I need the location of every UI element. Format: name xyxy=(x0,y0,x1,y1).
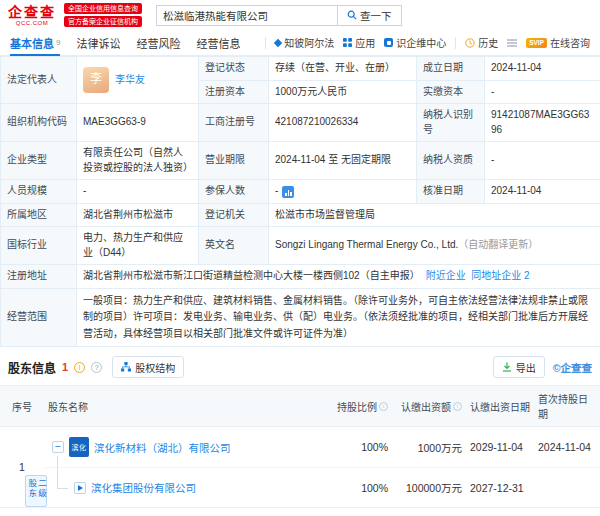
tab-risk-label: 经营风险 xyxy=(136,35,180,51)
search-icon xyxy=(347,10,357,20)
badge-national-credit: 全国企业信用信息查询 xyxy=(64,3,142,14)
value-reg-status: 存续（在营、开业、在册） xyxy=(269,57,417,81)
label-business-term: 营业期限 xyxy=(199,142,269,180)
shareholder-child: 滨化集团股份有限公司 xyxy=(44,467,330,507)
tab-bar-right: 知彼阿尔法 应用 识企维中心 历 xyxy=(265,35,590,50)
equity-structure-button[interactable]: 股权结构 xyxy=(112,356,184,378)
label-legal-rep: 法定代表人 xyxy=(1,57,77,104)
same-address-companies-link[interactable]: 同地址企业 2 xyxy=(471,270,529,281)
collapse-icon[interactable]: − xyxy=(52,441,64,453)
label-org-code: 组织机构代码 xyxy=(1,104,77,142)
qcc-company-page: 企查查 QCC.COM 全国企业信用信息查询 官方备案企业征信机构 查一下 基本… xyxy=(0,0,600,508)
legal-rep-avatar[interactable]: 李 xyxy=(83,67,109,93)
insured-chart-icon[interactable] xyxy=(282,186,294,198)
table-row: 组织机构代码 MAE3GG63-9 工商注册号 421087210026334 … xyxy=(1,104,600,142)
org-chart-icon xyxy=(121,362,131,372)
shareholders-section: 股东信息 1 股权结构 xyxy=(0,347,600,508)
col-header-ratio-label: 持股比例 xyxy=(337,399,377,414)
value-industry: 电力、热力生产和供应业（D44） xyxy=(77,227,199,265)
value-staff-size: - xyxy=(77,180,199,204)
divider xyxy=(455,37,456,49)
tab-operation-risk[interactable]: 经营风险 xyxy=(136,30,180,55)
label-tax-quality: 纳税人资质 xyxy=(417,142,485,180)
tab-basic-info[interactable]: 基本信息 9 xyxy=(10,30,60,55)
legal-rep-name-link[interactable]: 李华友 xyxy=(115,73,145,88)
zhibi-alpha-link[interactable]: 知彼阿尔法 xyxy=(275,35,334,50)
export-button[interactable]: 导出 xyxy=(493,356,545,378)
label-region: 所属地区 xyxy=(1,203,77,227)
triangle-right-icon xyxy=(78,485,83,491)
tab-basic-count: 9 xyxy=(56,38,60,47)
value-insured: - xyxy=(269,180,417,204)
label-reg-no: 工商注册号 xyxy=(199,104,269,142)
main-ratio: 100% xyxy=(330,427,392,467)
svip-consult-link[interactable]: SVIP 在线咨询 xyxy=(526,35,590,50)
value-region: 湖北省荆州市松滋市 xyxy=(77,203,199,227)
col-header-amount: 认缴出资额 xyxy=(392,386,466,427)
shareholders-header: 股东信息 1 股权结构 xyxy=(0,347,600,385)
search-button[interactable]: 查一下 xyxy=(338,5,402,26)
badge-official-record: 官方备案企业征信机构 xyxy=(64,16,142,27)
search-input[interactable] xyxy=(156,5,338,26)
expand-icon[interactable] xyxy=(74,482,86,494)
address-text: 湖北省荆州市松滋市新江口街道精益检测中心大楼一楼西侧102（自主申报） xyxy=(83,270,420,281)
apps-link[interactable]: 应用 xyxy=(343,35,375,50)
tab-bar: 基本信息 9 法律诉讼 经营风险 经营信息 知彼阿尔法 xyxy=(0,30,600,56)
shareholders-title: 股东信息 xyxy=(8,359,56,376)
value-reg-authority: 松滋市市场监督管理局 xyxy=(269,203,600,227)
value-approval-date: 2024-11-04 xyxy=(485,180,600,204)
shareholder-child-name-link[interactable]: 滨化集团股份有限公司 xyxy=(91,480,196,495)
logo-domain-text: QCC.COM xyxy=(16,20,49,26)
child-ratio: 100% xyxy=(330,467,392,507)
history-link[interactable]: 历史 xyxy=(465,35,498,50)
label-scope: 经营范围 xyxy=(1,288,77,347)
shareholder-row: 1 − 滨化 滨化新材料（湖北）有限公司 100% 1000万元 2029-11… xyxy=(0,427,600,508)
tab-business-info[interactable]: 经营信息 xyxy=(196,30,240,55)
insured-value: - xyxy=(275,185,278,196)
help-icon[interactable] xyxy=(91,362,102,373)
nearby-companies-link[interactable]: 附近企业 xyxy=(426,270,466,281)
warning-info-icon[interactable] xyxy=(74,362,85,373)
tab-legal-litigation[interactable]: 法律诉讼 xyxy=(76,30,120,55)
child-amount: 100000万元 xyxy=(392,467,466,507)
shiqi-center-link[interactable]: 识企维中心 xyxy=(384,35,446,50)
shareholders-toolbar: 导出 ©企查查 xyxy=(493,356,592,378)
qcc-logo[interactable]: 企查查 QCC.COM xyxy=(8,5,56,26)
label-est-date: 成立日期 xyxy=(417,57,485,81)
divider xyxy=(265,37,266,49)
shareholder-main: − 滨化 滨化新材料（湖北）有限公司 xyxy=(44,427,330,467)
level-2-shareholder-tag[interactable]: 二级股东 xyxy=(25,475,47,507)
table-row: 国标行业 电力、热力生产和供应业（D44） 英文名 Songzi Lingang… xyxy=(1,227,600,265)
value-reg-capital: 1000万元人民币 xyxy=(269,80,417,104)
label-en-name: 英文名 xyxy=(199,227,269,265)
tab-basic-label: 基本信息 xyxy=(10,35,54,51)
shareholder-main-name-link[interactable]: 滨化新材料（湖北）有限公司 xyxy=(94,440,231,455)
label-address: 注册地址 xyxy=(1,265,77,289)
download-icon xyxy=(502,362,512,372)
shareholders-count: 1 xyxy=(62,361,68,373)
value-est-date: 2024-11-04 xyxy=(485,57,600,81)
table-row: 人员规模 - 参保人数 - 核准日期 2024-11-04 xyxy=(1,180,600,204)
col-header-name: 股东名称 xyxy=(44,386,330,427)
info-icon[interactable] xyxy=(453,402,462,411)
shareholders-table-header: 序号 股东名称 持股比例 认缴出资额 认缴出资日期 首次持股日期 xyxy=(0,386,600,427)
label-company-type: 企业类型 xyxy=(1,142,77,180)
label-paid-capital: 实缴资本 xyxy=(417,80,485,104)
value-tax-no: 91421087MAE3GG6396 xyxy=(485,104,600,142)
info-icon[interactable] xyxy=(379,402,388,411)
value-scope: 一般项目：热力生产和供应、建筑材料销售、金属材料销售。（除许可业务外，可自主依法… xyxy=(77,288,600,347)
equity-structure-label: 股权结构 xyxy=(135,360,175,375)
value-business-term: 2024-11-04 至 无固定期限 xyxy=(269,142,417,180)
child-sub-date: 2027-12-31 xyxy=(466,467,534,507)
apps-label: 应用 xyxy=(355,35,375,50)
company-logo[interactable]: 滨化 xyxy=(69,437,89,457)
table-row: 经营范围 一般项目：热力生产和供应、建筑材料销售、金属材料销售。（除许可业务外，… xyxy=(1,288,600,347)
qcc-watermark: ©企查查 xyxy=(553,360,592,375)
zhibi-alpha-label: 知彼阿尔法 xyxy=(284,35,334,50)
label-staff-size: 人员规模 xyxy=(1,180,77,204)
main-amount: 1000万元 xyxy=(392,427,466,467)
col-header-sub-date: 认缴出资日期 xyxy=(466,386,534,427)
menu-icon[interactable] xyxy=(507,39,517,47)
clock-icon xyxy=(465,38,475,48)
value-paid-capital: - xyxy=(485,80,600,104)
